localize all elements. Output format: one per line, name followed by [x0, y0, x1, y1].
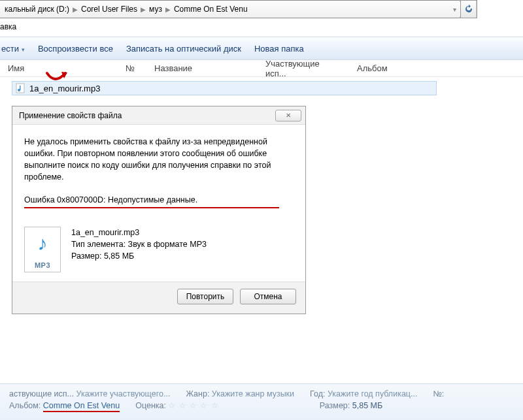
det-size-lbl: Размер:: [320, 401, 350, 410]
rating-stars[interactable]: ☆ ☆ ☆ ☆ ☆: [168, 401, 218, 410]
close-icon: ✕: [286, 112, 291, 119]
file-name: 1a_en_mourir.mp3: [29, 84, 100, 93]
det-size-val: 5,85 МБ: [352, 401, 382, 410]
dialog-body: Не удалось применить свойства к файлу из…: [12, 125, 305, 282]
dialog-error-code: Ошибка 0x8007000D: Недопустимые данные.: [24, 195, 294, 204]
cmd-new-folder[interactable]: Новая папка: [254, 44, 304, 54]
breadcrumb-part-disk[interactable]: кальный диск (D:): [3, 1, 71, 18]
chevron-right-icon[interactable]: ▶: [71, 6, 79, 13]
nav-buttons: [460, 0, 477, 18]
dialog-message: Не удалось применить свойства к файлу из…: [24, 136, 294, 184]
det-rating-lbl: Оценка:: [135, 401, 166, 410]
error-dialog: Применение свойств файла ✕ Не удалось пр…: [12, 106, 306, 314]
retry-button[interactable]: Повторить: [177, 289, 233, 304]
det-genre-val[interactable]: Укажите жанр музыки: [212, 389, 294, 398]
det-genre-lbl: Жанр:: [186, 389, 209, 398]
cmd-play[interactable]: ести: [1, 44, 25, 54]
col-number[interactable]: №: [118, 63, 146, 73]
file-row-selected[interactable]: 1a_en_mourir.mp3: [12, 81, 437, 95]
det-artists-val[interactable]: Укажите участвующего...: [76, 389, 171, 398]
breadcrumb-part-2[interactable]: муз: [147, 1, 164, 18]
details-pane: аствующие исп... Укажите участвующего...…: [0, 383, 523, 420]
breadcrumb-part-1[interactable]: Corel User Files: [79, 1, 139, 18]
top-address-row: кальный диск (D:) ▶ Corel User Files ▶ м…: [0, 0, 477, 18]
dropdown-icon[interactable]: ▾: [452, 6, 460, 13]
col-name[interactable]: Имя: [0, 63, 118, 73]
red-underline-annotation: [24, 207, 279, 208]
refresh-button[interactable]: [461, 1, 477, 18]
col-album[interactable]: Альбом: [349, 63, 428, 73]
mp3-file-icon: [15, 83, 25, 93]
breadcrumb-part-3[interactable]: Comme On Est Venu: [172, 1, 250, 18]
cmd-burn[interactable]: Записать на оптический диск: [126, 44, 241, 54]
dialog-button-row: Повторить Отмена: [12, 282, 305, 314]
col-title[interactable]: Название: [146, 63, 258, 73]
chevron-right-icon[interactable]: ▶: [139, 6, 147, 13]
file-meta: 1a_en_mourir.mp3 Тип элемента: Звук в фо…: [71, 227, 207, 262]
dialog-title: Применение свойств файла: [19, 111, 122, 120]
col-artists[interactable]: Участвующие исп...: [258, 59, 349, 78]
det-year-lbl: Год:: [310, 389, 325, 398]
file-info-block: ♪ MP3 1a_en_mourir.mp3 Тип элемента: Зву…: [24, 227, 294, 272]
refresh-icon: [464, 5, 473, 14]
meta-size: Размер: 5,85 МБ: [71, 250, 207, 262]
det-album-val[interactable]: Comme On Est Venu: [43, 401, 120, 412]
mp3-label: MP3: [35, 261, 50, 269]
chevron-right-icon[interactable]: ▶: [164, 6, 172, 13]
meta-type: Тип элемента: Звук в формате MP3: [71, 238, 207, 250]
breadcrumb-bar[interactable]: кальный диск (D:) ▶ Corel User Files ▶ м…: [0, 0, 461, 18]
music-note-icon: ♪: [38, 233, 48, 255]
det-album-lbl: Альбом:: [9, 401, 41, 410]
det-year-val[interactable]: Укажите год публикац...: [328, 389, 417, 398]
det-no-lbl: №:: [433, 389, 444, 398]
dialog-titlebar[interactable]: Применение свойств файла ✕: [12, 106, 305, 125]
cmd-play-all[interactable]: Воспроизвести все: [38, 44, 113, 54]
command-bar: ести Воспроизвести все Записать на оптич…: [0, 37, 523, 60]
cancel-button[interactable]: Отмена: [240, 289, 296, 304]
mp3-large-icon: ♪ MP3: [24, 227, 61, 272]
column-headers: Имя № Название Участвующие исп... Альбом: [0, 60, 523, 77]
close-button[interactable]: ✕: [275, 110, 301, 121]
meta-filename: 1a_en_mourir.mp3: [71, 227, 207, 238]
det-artists-lbl: аствующие исп...: [9, 389, 74, 398]
menu-item-help[interactable]: авка: [0, 22, 16, 31]
svg-rect-2: [20, 86, 21, 90]
menubar: авка: [0, 18, 523, 37]
